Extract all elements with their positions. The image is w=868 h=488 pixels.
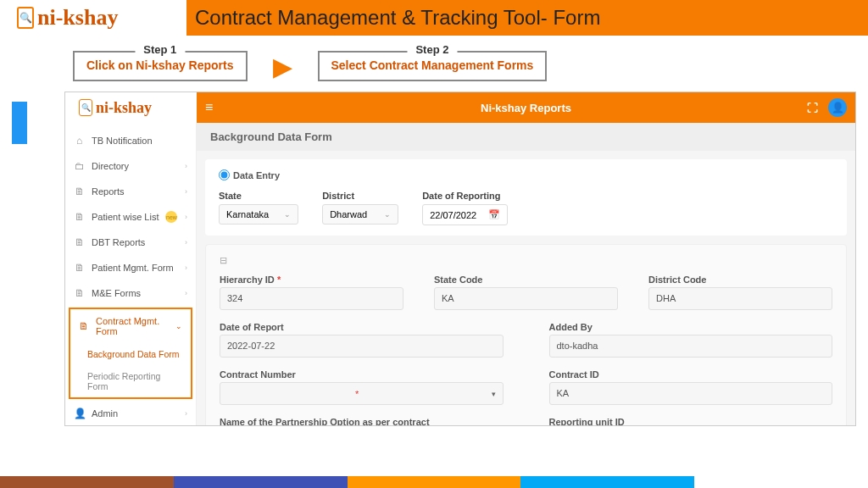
- step-1-text: Click on Ni-kshay Reports: [86, 58, 234, 73]
- partnership-label: Name of the Partnership Option as per co…: [220, 417, 504, 425]
- data-entry-radio[interactable]: Data Entry: [219, 169, 833, 180]
- sidebar-item-directory[interactable]: 🗀Directory›: [65, 153, 196, 179]
- app-window: 🔍 ni-kshay ≡ Ni-kshay Reports ⛶ 👤 ⌂TB No…: [64, 92, 856, 426]
- district-code-label: District Code: [648, 274, 832, 285]
- step-1-label: Step 1: [135, 43, 185, 56]
- chevron-right-icon: ›: [185, 409, 187, 418]
- state-code-label: State Code: [434, 274, 618, 285]
- chevron-down-icon: ⌄: [175, 322, 182, 330]
- hierarchy-id-input[interactable]: 324: [220, 287, 403, 310]
- reporting-unit-label: Reporting unit ID: [549, 417, 833, 425]
- collapse-icon[interactable]: ⊟: [220, 255, 832, 266]
- document-icon: 🗎: [74, 186, 85, 197]
- chevron-down-icon: ⌄: [384, 210, 391, 219]
- sidebar-item-dbt-reports[interactable]: 🗎DBT Reports›: [65, 230, 196, 255]
- sidebar-item-patient-list[interactable]: 🗎Patient wise Listnew›: [65, 204, 196, 230]
- sidebar: ⌂TB Notification 🗀Directory› 🗎Reports› 🗎…: [65, 123, 197, 425]
- sidebar-item-reports[interactable]: 🗎Reports›: [65, 179, 196, 204]
- step-2-label: Step 2: [407, 43, 457, 56]
- list-icon: 🗎: [74, 211, 85, 223]
- chevron-right-icon: ›: [185, 289, 187, 297]
- user-icon: 👤: [74, 408, 85, 419]
- search-device-icon: 🔍: [17, 7, 34, 29]
- chevron-down-icon: ▾: [492, 390, 496, 398]
- district-label: District: [322, 191, 398, 201]
- sidebar-item-me-forms[interactable]: 🗎M&E Forms›: [65, 280, 196, 306]
- state-select[interactable]: Karnataka⌄: [219, 204, 298, 225]
- chevron-right-icon: ›: [185, 187, 187, 196]
- added-by-input[interactable]: dto-kadha: [549, 335, 833, 358]
- chevron-right-icon: ›: [185, 263, 187, 272]
- date-of-report-label: Date of Report: [220, 322, 504, 332]
- page-title: Background Data Form: [197, 123, 855, 151]
- sidebar-subitem-periodic-reporting[interactable]: Periodic Reporting Form: [70, 365, 191, 397]
- home-icon: ⌂: [74, 135, 85, 147]
- sidebar-item-contract-mgmt[interactable]: 🗎Contract Mgmt. Form⌄: [70, 309, 191, 343]
- data-entry-radio-input[interactable]: [219, 169, 230, 180]
- form-icon: 🗎: [74, 262, 85, 274]
- steps-row: Step 1 Click on Ni-kshay Reports ▶ Step …: [0, 36, 868, 92]
- contract-number-select[interactable]: *▾: [220, 382, 504, 405]
- step-2-text: Select Contract Management Forms: [331, 58, 534, 73]
- form-icon: 🗎: [74, 287, 85, 299]
- sidebar-item-tb-notification[interactable]: ⌂TB Notification: [65, 128, 196, 153]
- contract-id-input[interactable]: KA: [549, 382, 833, 405]
- slide-header: 🔍 ni-kshay Contract Management & Trackin…: [0, 0, 868, 36]
- app-logo: 🔍 ni-kshay: [65, 92, 197, 123]
- date-of-report-input[interactable]: 2022-07-22: [220, 335, 504, 358]
- app-title-bar: ≡ Ni-kshay Reports ⛶ 👤: [197, 92, 855, 123]
- step-2-box: Step 2 Select Contract Management Forms: [318, 51, 548, 81]
- app-title: Ni-kshay Reports: [481, 102, 571, 114]
- folder-icon: 🗀: [74, 160, 85, 172]
- chevron-right-icon: ›: [185, 162, 187, 170]
- added-by-label: Added By: [549, 322, 833, 332]
- brand-logo: 🔍 ni-kshay: [0, 0, 186, 36]
- expand-icon[interactable]: ⛶: [807, 102, 818, 114]
- chevron-right-icon: ›: [185, 213, 187, 221]
- chevron-right-icon: ›: [185, 238, 187, 247]
- new-badge-icon: new: [165, 211, 177, 223]
- form-card: ⊟ Hierarchy ID * 324 State Code KA Distr…: [205, 244, 847, 425]
- sidebar-item-admin[interactable]: 👤Admin›: [65, 401, 196, 426]
- accent-bar: [12, 102, 27, 144]
- date-reporting-input[interactable]: 22/07/2022📅: [422, 204, 508, 225]
- highlighted-menu-box: 🗎Contract Mgmt. Form⌄ Background Data Fo…: [69, 308, 192, 399]
- arrow-right-icon: ▶: [273, 52, 292, 81]
- step-1-box: Step 1 Click on Ni-kshay Reports: [73, 51, 248, 81]
- content-area: Background Data Form Data Entry State Ka…: [197, 123, 855, 425]
- sidebar-item-patient-mgmt[interactable]: 🗎Patient Mgmt. Form›: [65, 255, 196, 280]
- hierarchy-id-label: Hierarchy ID *: [220, 274, 403, 285]
- footer-stripes: [0, 476, 868, 488]
- date-reporting-label: Date of Reporting: [422, 191, 508, 201]
- slide-title: Contract Management & Tracking Tool- For…: [186, 0, 868, 36]
- district-select[interactable]: Dharwad⌄: [322, 204, 398, 225]
- chevron-down-icon: ⌄: [284, 210, 291, 219]
- district-code-input[interactable]: DHA: [648, 287, 832, 310]
- sidebar-subitem-background-data[interactable]: Background Data Form: [70, 343, 191, 365]
- state-code-input[interactable]: KA: [434, 287, 618, 310]
- hamburger-icon[interactable]: ≡: [205, 100, 213, 115]
- document-icon: 🗎: [74, 236, 85, 248]
- search-device-icon: 🔍: [79, 99, 92, 116]
- user-avatar-icon[interactable]: 👤: [828, 98, 847, 117]
- filter-card: Data Entry State Karnataka⌄ District Dha…: [205, 159, 847, 236]
- contract-number-label: Contract Number: [220, 369, 504, 380]
- state-label: State: [219, 191, 298, 201]
- app-header: 🔍 ni-kshay ≡ Ni-kshay Reports ⛶ 👤: [65, 92, 855, 123]
- calendar-icon: 📅: [488, 209, 500, 220]
- contract-id-label: Contract ID: [549, 369, 833, 380]
- form-icon: 🗎: [79, 320, 89, 332]
